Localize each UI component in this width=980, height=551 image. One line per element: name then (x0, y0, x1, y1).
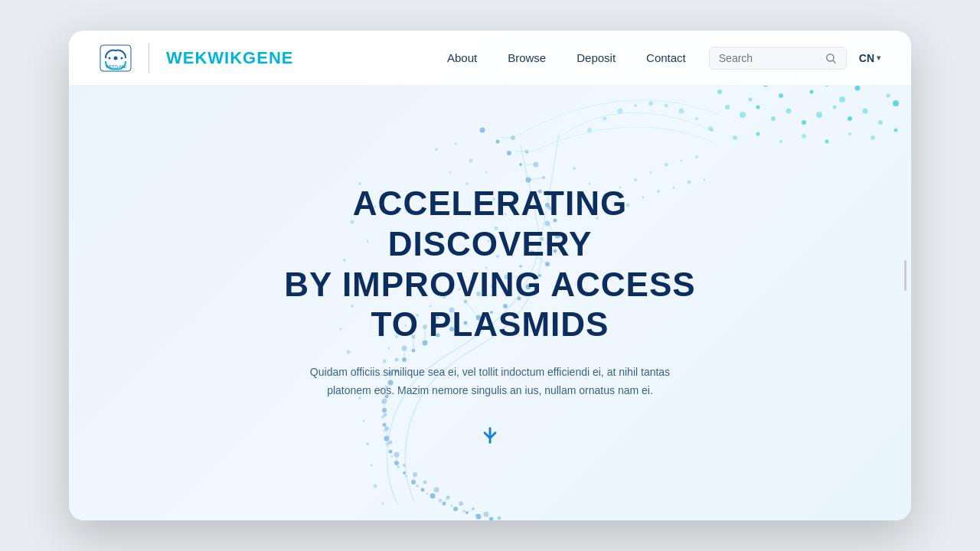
lang-switcher[interactable]: CN ▾ (859, 52, 880, 64)
svg-point-66 (421, 488, 425, 492)
svg-point-134 (449, 171, 452, 174)
svg-point-131 (435, 148, 438, 151)
svg-point-29 (825, 140, 829, 144)
svg-point-0 (717, 90, 722, 94)
svg-point-213 (114, 56, 118, 60)
svg-point-9 (855, 86, 861, 91)
svg-point-27 (779, 140, 782, 143)
svg-point-191 (681, 160, 683, 162)
svg-point-34 (496, 140, 500, 144)
svg-point-26 (756, 132, 760, 136)
svg-point-31 (871, 135, 875, 140)
svg-point-207 (665, 104, 668, 108)
site-logo-text: WEKWIKGENE (166, 48, 293, 68)
svg-point-107 (484, 512, 489, 517)
westlake-logo-icon: WESTLAKE (100, 44, 132, 72)
nav-link-contact[interactable]: Contact (646, 51, 686, 64)
svg-point-159 (397, 465, 400, 468)
svg-point-192 (695, 155, 698, 158)
nav-links: About Browse Deposit Contact (447, 51, 686, 64)
svg-point-33 (480, 128, 485, 133)
search-icon (825, 52, 837, 64)
svg-point-21 (863, 109, 868, 114)
svg-point-108 (498, 517, 501, 520)
svg-text:WESTLAKE: WESTLAKE (106, 64, 127, 69)
svg-point-6 (810, 90, 814, 94)
svg-point-214 (109, 57, 111, 59)
svg-point-161 (416, 484, 419, 487)
svg-point-18 (816, 112, 822, 118)
svg-point-183 (382, 503, 384, 505)
svg-point-23 (893, 100, 899, 106)
svg-point-36 (519, 163, 522, 166)
svg-point-215 (121, 57, 123, 59)
nav-link-browse[interactable]: Browse (508, 51, 546, 64)
search-input[interactable] (719, 52, 818, 64)
svg-point-166 (475, 514, 478, 517)
hero-content: ACCELERATING DISCOVERY BY IMPROVING ACCE… (279, 184, 701, 446)
browser-frame: ACCELERATING DISCOVERY BY IMPROVING ACCE… (69, 31, 911, 520)
navbar: WESTLAKE WEKWIKGENE About Browse Deposit… (69, 31, 911, 86)
svg-point-163 (439, 499, 443, 503)
svg-point-189 (650, 171, 652, 174)
svg-point-64 (403, 471, 406, 474)
svg-point-14 (756, 106, 760, 109)
lang-arrow-icon: ▾ (877, 54, 880, 62)
svg-point-67 (430, 494, 436, 499)
hero-section: ACCELERATING DISCOVERY BY IMPROVING ACCE… (69, 31, 911, 520)
svg-point-102 (423, 481, 427, 484)
svg-line-218 (833, 60, 835, 63)
svg-point-136 (485, 171, 488, 174)
svg-point-167 (488, 517, 492, 520)
svg-point-2 (749, 98, 753, 102)
svg-point-11 (887, 94, 890, 98)
svg-point-16 (786, 109, 792, 114)
svg-point-4 (779, 93, 783, 98)
search-box (709, 47, 847, 70)
lang-label: CN (859, 52, 874, 64)
svg-point-165 (462, 510, 466, 513)
svg-point-205 (634, 104, 637, 107)
nav-link-deposit[interactable]: Deposit (577, 51, 616, 64)
svg-point-15 (771, 116, 776, 121)
scrollbar-indicator (904, 260, 906, 291)
logo-area: WESTLAKE WEKWIKGENE (100, 43, 293, 73)
svg-point-103 (434, 487, 439, 493)
svg-line-129 (444, 497, 448, 504)
svg-point-13 (740, 112, 746, 118)
svg-line-130 (467, 509, 473, 513)
svg-point-184 (573, 167, 576, 170)
svg-point-203 (603, 117, 607, 121)
svg-point-188 (634, 178, 637, 181)
svg-point-158 (391, 455, 394, 458)
svg-point-133 (469, 159, 473, 163)
svg-point-209 (695, 117, 698, 120)
svg-point-208 (679, 109, 684, 114)
svg-point-35 (507, 151, 511, 155)
svg-point-162 (426, 493, 429, 495)
svg-point-62 (389, 450, 393, 454)
svg-point-69 (453, 507, 458, 511)
svg-point-8 (839, 96, 845, 103)
svg-point-105 (459, 501, 463, 506)
svg-point-201 (704, 179, 706, 181)
svg-point-20 (848, 116, 852, 121)
svg-point-32 (894, 129, 898, 132)
svg-point-12 (725, 105, 730, 109)
svg-point-30 (848, 132, 851, 135)
logo-divider (149, 43, 149, 73)
svg-point-19 (833, 106, 837, 109)
svg-point-204 (618, 109, 623, 114)
svg-point-182 (374, 484, 377, 488)
svg-point-164 (451, 505, 453, 507)
svg-point-25 (733, 135, 737, 140)
svg-point-181 (371, 465, 373, 467)
svg-point-28 (802, 134, 806, 139)
svg-point-17 (802, 120, 806, 125)
nav-link-about[interactable]: About (447, 51, 477, 64)
svg-point-190 (665, 163, 668, 167)
hero-title: ACCELERATING DISCOVERY BY IMPROVING ACCE… (279, 184, 701, 345)
hero-subtitle: Quidam officiis similique sea ei, vel to… (291, 364, 689, 400)
svg-point-206 (648, 101, 653, 106)
scroll-arrow[interactable] (279, 425, 701, 446)
